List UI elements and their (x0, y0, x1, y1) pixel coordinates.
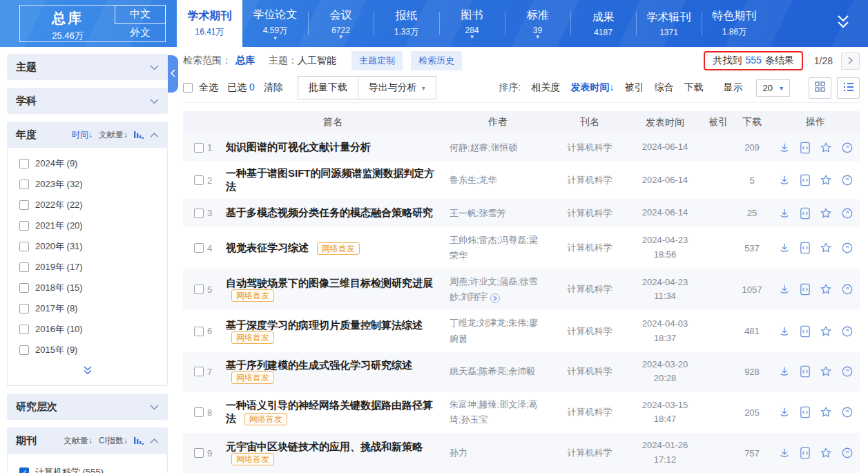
favorite-star-icon[interactable] (820, 325, 832, 338)
download-icon[interactable] (778, 207, 791, 220)
cite-quote-icon[interactable]: ” (841, 325, 853, 338)
year-sort-by-time[interactable]: 时间↓ (72, 129, 93, 141)
row-checkbox[interactable] (194, 209, 204, 218)
year-filter-item[interactable]: 2023年 (32) (8, 174, 167, 195)
html-read-icon[interactable] (800, 365, 811, 378)
authors-text[interactable]: 王一帆;张雪芳 (450, 208, 506, 218)
sort-option[interactable]: 下载 (684, 81, 704, 94)
total-library[interactable]: 总库 25.46万 (20, 6, 115, 41)
favorite-star-icon[interactable] (820, 174, 832, 186)
row-checkbox[interactable] (194, 284, 204, 294)
bar-chart-icon[interactable] (134, 131, 144, 139)
row-checkbox[interactable] (194, 143, 204, 153)
year-sort-by-count[interactable]: 文献量↓ (99, 129, 128, 141)
favorite-star-icon[interactable] (820, 406, 832, 418)
journal-sort-by-count[interactable]: 文献量↓ (64, 435, 93, 447)
sort-option[interactable]: 发表时间↓ (571, 81, 615, 94)
html-read-icon[interactable] (800, 207, 811, 220)
year-checkbox[interactable] (19, 345, 29, 355)
row-checkbox[interactable] (194, 367, 204, 376)
resource-tab[interactable]: 标准 39 ▾ (505, 0, 570, 47)
cite-quote-icon[interactable]: ” (841, 207, 853, 220)
cite-quote-icon[interactable]: ” (841, 365, 853, 378)
next-page-button[interactable] (841, 52, 860, 70)
chevron-up-icon[interactable] (150, 128, 159, 141)
year-checkbox[interactable] (19, 159, 29, 168)
cite-quote-icon[interactable]: ” (841, 174, 853, 186)
download-icon[interactable] (778, 242, 791, 254)
authors-text[interactable]: 丁维龙;刘津龙;朱伟;廖婉茵 (450, 318, 538, 343)
journal-link[interactable]: 计算机科学 (553, 325, 626, 338)
panel-research-level-header[interactable]: 研究层次 (7, 394, 168, 420)
paper-title-link[interactable]: 基于多模态视频分类任务的模态融合策略研究 (226, 206, 433, 218)
row-checkbox[interactable] (194, 175, 204, 185)
resource-tab[interactable]: 特色期刊 1.86万 (702, 0, 767, 47)
download-icon[interactable] (778, 283, 791, 296)
resource-tab[interactable]: 学术辑刊 1371 (636, 0, 702, 47)
journal-link[interactable]: 计算机科学 (553, 365, 626, 378)
year-checkbox[interactable] (19, 221, 29, 231)
journal-link[interactable]: 计算机科学 (553, 207, 626, 220)
year-filter-item[interactable]: 2019年 (17) (8, 257, 167, 278)
row-checkbox[interactable] (194, 327, 204, 336)
paper-title-link[interactable]: 知识图谱的可视化文献计量分析 (226, 141, 371, 153)
paper-title-link[interactable]: 自动驾驶场景下的图像三维目标检测研究进展 (226, 277, 433, 289)
download-icon[interactable] (778, 365, 791, 378)
journal-link[interactable]: 计算机科学 (553, 142, 626, 154)
journal-link[interactable]: 计算机科学 (553, 447, 626, 459)
paper-title-link[interactable]: 视觉表征学习综述 (226, 242, 309, 253)
search-history-button[interactable]: 检索历史 (411, 51, 462, 70)
tab-chinese[interactable]: 中文 (115, 5, 166, 24)
tab-foreign[interactable]: 外文 (115, 24, 165, 42)
journal-filter-item[interactable]: 计算机科学 (555) (8, 462, 167, 473)
export-analyze-button[interactable]: 导出与分析 ▾ (358, 76, 436, 99)
grid-view-button[interactable] (809, 77, 831, 99)
row-checkbox[interactable] (194, 448, 204, 458)
journal-link[interactable]: 计算机科学 (553, 242, 626, 254)
resource-tab[interactable]: 学术期刊 16.41万 (177, 0, 242, 47)
download-icon[interactable] (778, 174, 791, 186)
authors-text[interactable]: 何静;赵睿;张恒硕 (450, 142, 517, 153)
total-library-block[interactable]: 总库 25.46万 中文 外文 (19, 5, 166, 42)
year-filter-item[interactable]: 2018年 (15) (8, 278, 167, 298)
row-checkbox[interactable] (194, 407, 204, 417)
download-icon[interactable] (778, 142, 791, 154)
panel-subject-header[interactable]: 学科 (7, 88, 168, 114)
journal-sort-by-ci[interactable]: CI指数↓ (99, 435, 128, 447)
download-icon[interactable] (778, 406, 791, 418)
favorite-star-icon[interactable] (820, 365, 832, 378)
authors-text[interactable]: 姚天磊;陈希亮;余沛毅 (450, 366, 535, 376)
favorite-star-icon[interactable] (820, 242, 832, 254)
resource-tab[interactable]: 会议 6722 ▾ (308, 0, 374, 47)
cite-quote-icon[interactable]: ” (841, 142, 853, 154)
html-read-icon[interactable] (800, 283, 811, 296)
year-filter-item[interactable]: 2016年 (10) (8, 319, 167, 340)
resource-tab[interactable]: 成果 4187 (570, 0, 636, 47)
cite-quote-icon[interactable]: ” (841, 447, 853, 459)
paper-title-link[interactable]: 基于深度学习的病理切片质量控制算法综述 (226, 319, 423, 331)
year-filter-item[interactable]: 2024年 (9) (8, 153, 167, 174)
sort-option[interactable]: 综合 (655, 81, 674, 94)
authors-text[interactable]: 鲁东生;龙华 (450, 175, 497, 185)
select-all-label[interactable]: 全选 (199, 81, 218, 94)
html-read-icon[interactable] (800, 406, 811, 418)
year-checkbox[interactable] (19, 180, 29, 189)
html-read-icon[interactable] (800, 142, 811, 154)
clear-selection-button[interactable]: 清除 (264, 81, 283, 94)
authors-text[interactable]: 孙力 (450, 447, 467, 458)
bar-chart-icon[interactable] (134, 436, 144, 445)
authors-text[interactable]: 王帅炜;雷杰;冯尊磊;梁荣华 (450, 235, 538, 260)
html-read-icon[interactable] (800, 325, 811, 338)
journal-link[interactable]: 计算机科学 (553, 283, 626, 296)
year-checkbox[interactable] (19, 325, 29, 334)
page-size-select[interactable]: 20 ▾ (756, 79, 791, 97)
resource-tab[interactable]: 学位论文 4.59万 ▾ (242, 0, 308, 47)
panel-topic-header[interactable]: 主题 (7, 54, 168, 80)
year-checkbox[interactable] (19, 304, 29, 313)
favorite-star-icon[interactable] (820, 207, 832, 220)
year-filter-item[interactable]: 2021年 (20) (8, 215, 167, 236)
cite-quote-icon[interactable]: ” (841, 242, 853, 254)
list-view-button[interactable] (837, 77, 860, 99)
favorite-star-icon[interactable] (820, 142, 832, 154)
html-read-icon[interactable] (800, 447, 811, 459)
